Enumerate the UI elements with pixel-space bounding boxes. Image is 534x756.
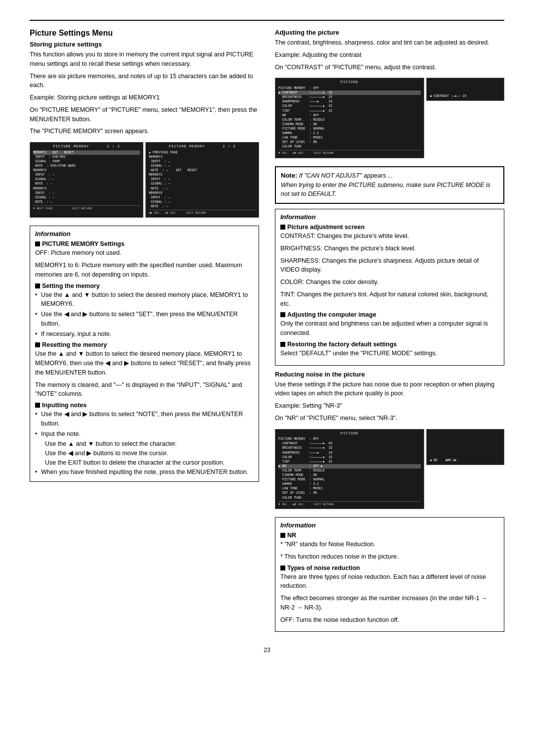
nr-row6: TINT ○——————● 32 (278, 460, 421, 464)
info-box-nr-title: Information (280, 521, 499, 529)
screen1-row10: INPUT : — (33, 191, 140, 195)
screen2-row9: MEMORY6 (149, 191, 256, 195)
pic-adj-sharpness: SHARPNESS: Changes the picture's sharpne… (280, 256, 499, 275)
set-bullet-2: Use the ◀ and ▶ buttons to select "SET",… (35, 310, 254, 329)
input-bullet-3: When you have finished inputting the not… (35, 468, 254, 477)
screen2-row11: SIGNAL : — (149, 200, 256, 204)
screen-memory-1: PICTURE MEMORY 1 / 2 MEMORY1 SET RESET I… (30, 142, 143, 218)
nrs-indicator: ◀ NR ◀NR-3▶ (430, 458, 501, 463)
nr-screen-area: PICTURE PICTURE MEMORY : OFF CONTRAST ○—… (275, 426, 504, 513)
adjusting-example: Example: Adjusting the contrast (275, 50, 504, 60)
nrs-row6 (430, 454, 501, 458)
screen2-row6: INPUT : — (149, 177, 256, 182)
c-row13: SET UP LEVEL : 0% (278, 140, 421, 144)
nr-row12: LOW TONE : MODE1 (278, 486, 421, 491)
c-row10: PICTURE MODE : NORMAL (278, 127, 421, 131)
main-title: Picture Settings Menu (30, 29, 259, 38)
info-inputting-label: Inputting notes (42, 402, 87, 409)
pic-adj-brightness: BRIGHTNESS: Changes the picture's black … (280, 244, 499, 253)
info-box-nr: Information NR * "NR" stands for Noise R… (275, 517, 504, 632)
screen1-row4: NOTE : DVD/STAR WARS (33, 164, 140, 168)
contrast-screen-area: PICTURE PICTURE MEMORY : OFF ▶ CONTRAST … (275, 75, 504, 161)
info-types-heading: Types of noise reduction (280, 565, 499, 571)
screen-contrast-side: ◀ CONTRAST ○—●—○ 10 (426, 78, 504, 100)
screen1-row6: INPUT : — (33, 173, 140, 177)
bullet-square-5 (280, 225, 285, 230)
info-inputting-heading: Inputting notes (35, 402, 254, 409)
note-box: Note: If "CAN NOT ADJUST" appears ... Wh… (275, 166, 504, 204)
storing-title: Storing picture settings (30, 41, 259, 48)
info-nr-heading: NR (280, 532, 499, 539)
storing-instruction1: On "PICTURE MEMORY" of "PICTURE" menu, s… (30, 105, 259, 124)
info-resetting-label: Resetting the memory (42, 341, 107, 348)
factory-default-para: Select "DEFAULT" under the "PICTURE MODE… (280, 349, 499, 358)
screen1-row8: NOTE : — (33, 182, 140, 186)
reducing-para1: Use these settings if the picture has no… (275, 380, 504, 399)
nrs-row5 (430, 449, 501, 454)
reset-para2: The memory is cleared, and "—" is displa… (35, 380, 254, 399)
screen1-row5: MEMORY2 (33, 168, 140, 173)
storing-example: Example: Storing picture settings at MEM… (30, 93, 259, 102)
screen1-nav: ▼ NEXT PAGE EXIT RETURN (33, 205, 140, 211)
screen-contrast: PICTURE PICTURE MEMORY : OFF ▶ CONTRAST … (275, 78, 424, 158)
screen1-title: PICTURE MEMORY 1 / 2 (33, 144, 140, 149)
c-row6: TINT ○——————● 32 (278, 109, 421, 113)
c-row4: SHARPNESS ○———● 16 (278, 99, 421, 104)
screen1-row9: MEMORY3 (33, 187, 140, 191)
info-setting-label: Setting the memory (42, 283, 100, 289)
adjusting-instruction: On "CONTRAST" of "PICTURE" menu, adjust … (275, 63, 504, 72)
screen2-row1: MEMORY4 (149, 155, 256, 159)
screen2-title: PICTURE MEMORY 2 / 2 (149, 144, 256, 149)
bullet-square-3 (35, 342, 40, 347)
c-row9: CINEMA MODE : ON (278, 122, 421, 127)
nr-row3: BRIGHTNESS ○——————● 32 (278, 446, 421, 450)
screen1-row2: INPUT : DVD/NO1 (33, 155, 140, 159)
info-resetting-heading: Resetting the memory (35, 341, 254, 348)
reset-para1: Use the ▲ and ▼ button to select the des… (35, 349, 254, 377)
cs-row2 (430, 85, 501, 89)
nr-item1: * "NR" stands for Noise Reduction. (280, 540, 499, 549)
nr-row13: SET UP LEVEL : 0% (278, 491, 421, 495)
bullet-square-8 (280, 533, 285, 538)
screen1-row12: NOTE : — (33, 200, 140, 204)
info-factory-default-heading: Restoring the factory default settings (280, 341, 499, 348)
pic-adj-contrast: CONTRAST: Changes the picture's white le… (280, 232, 499, 241)
cs-row1 (430, 80, 501, 85)
screen2-row7: SIGNAL : — (149, 182, 256, 186)
reducing-example: Example: Setting "NR-3" (275, 401, 504, 411)
nr-row5: COLOR ○——————● 32 (278, 455, 421, 460)
info-memory16: MEMORY1 to 6: Picture memory with the sp… (35, 261, 254, 280)
page-number: 23 (30, 647, 504, 654)
bullet-square-1 (35, 241, 40, 246)
storing-para1: This function allows you to store in mem… (30, 50, 259, 69)
info-setting-heading: Setting the memory (35, 283, 254, 289)
screen2-row4: NOTE : — SET RESET (149, 168, 256, 173)
types-para3: OFF: Turns the noise reduction function … (280, 615, 499, 625)
nr-row11: GAMMA : 2.2 (278, 482, 421, 486)
c-row5: COLOR ○——————● 32 (278, 104, 421, 108)
input-bullet-1: Use the ◀ and ▶ buttons to select "NOTE"… (35, 410, 254, 428)
c-row14: COLOR TUNE (278, 144, 421, 149)
info-box-right-title: Information (280, 213, 499, 221)
info-computer-img-label: Adjusting the computer image (287, 311, 376, 318)
note-text1: If "CAN NOT ADJUST" appears ... (299, 172, 393, 179)
screen-nr-side: ◀ NR ◀NR-3▶ (426, 429, 504, 466)
screen-nr: PICTURE PICTURE MEMORY : OFF CONTRAST ○—… (275, 429, 424, 510)
nr-row14: COLOR TUNE (278, 496, 421, 500)
nr-row7: ▶ NR : OFF ▶ (278, 464, 421, 469)
info-nr-label: NR (287, 532, 296, 539)
types-para2: The effect becomes stronger as the numbe… (280, 594, 499, 613)
pic-adj-tint: TINT: Changes the picture's tint. Adjust… (280, 290, 499, 309)
screen2-nav: ◀▶ SEL. ▲▼ ADJ. EXIT RETURN (149, 210, 256, 215)
note-text2: When trying to enter the PICTURE submenu… (281, 181, 498, 199)
nr-item2: * This function reduces noise in the pic… (280, 552, 499, 562)
info-off: OFF: Picture memory not used. (35, 248, 254, 258)
info-picture-memory-label: PICTURE MEMORY Settings (42, 240, 125, 247)
nr-row10: PICTURE MODE : NORMAL (278, 477, 421, 482)
contrast-screen-title: PICTURE (278, 80, 421, 85)
cs-row3 (430, 89, 501, 94)
computer-img-para: Only the contrast and brightness can be … (280, 319, 499, 338)
bullet-square-7 (280, 342, 285, 347)
c-row3: BRIGHTNESS ○——————● 32 (278, 95, 421, 99)
nr-row4: SHARPNESS ○———● 16 (278, 451, 421, 455)
